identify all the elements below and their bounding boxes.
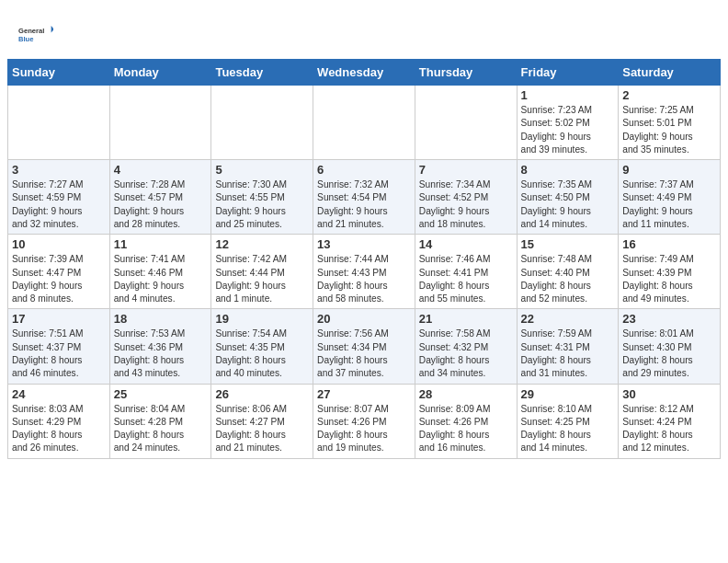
svg-text:General: General xyxy=(18,27,44,35)
day-number: 15 xyxy=(521,237,615,251)
day-info: Sunrise: 7:41 AM Sunset: 4:46 PM Dayligh… xyxy=(114,253,208,305)
day-info: Sunrise: 8:07 AM Sunset: 4:26 PM Dayligh… xyxy=(317,403,411,455)
day-info: Sunrise: 8:03 AM Sunset: 4:29 PM Dayligh… xyxy=(12,403,106,455)
day-info: Sunrise: 8:04 AM Sunset: 4:28 PM Dayligh… xyxy=(114,403,208,455)
day-number: 7 xyxy=(419,163,513,177)
calendar-cell: 14Sunrise: 7:46 AM Sunset: 4:41 PM Dayli… xyxy=(415,235,517,309)
calendar-cell: 11Sunrise: 7:41 AM Sunset: 4:46 PM Dayli… xyxy=(109,235,211,309)
day-number: 12 xyxy=(215,237,309,251)
day-info: Sunrise: 7:44 AM Sunset: 4:43 PM Dayligh… xyxy=(317,253,411,305)
day-info: Sunrise: 7:37 AM Sunset: 4:49 PM Dayligh… xyxy=(622,178,716,231)
day-info: Sunrise: 7:49 AM Sunset: 4:39 PM Dayligh… xyxy=(622,253,716,305)
calendar-header-wednesday: Wednesday xyxy=(313,60,415,86)
day-info: Sunrise: 7:42 AM Sunset: 4:44 PM Dayligh… xyxy=(215,253,309,305)
calendar-cell: 16Sunrise: 7:49 AM Sunset: 4:39 PM Dayli… xyxy=(619,235,721,309)
calendar-cell: 3Sunrise: 7:27 AM Sunset: 4:59 PM Daylig… xyxy=(8,160,110,235)
day-number: 17 xyxy=(12,312,106,326)
calendar-header-sunday: Sunday xyxy=(8,60,110,86)
calendar-cell xyxy=(8,86,110,160)
calendar-table: SundayMondayTuesdayWednesdayThursdayFrid… xyxy=(7,59,721,459)
day-info: Sunrise: 7:39 AM Sunset: 4:47 PM Dayligh… xyxy=(12,253,106,305)
calendar-cell: 19Sunrise: 7:54 AM Sunset: 4:35 PM Dayli… xyxy=(211,309,313,384)
calendar-cell: 13Sunrise: 7:44 AM Sunset: 4:43 PM Dayli… xyxy=(313,235,415,309)
calendar-header-tuesday: Tuesday xyxy=(211,60,313,86)
day-info: Sunrise: 7:32 AM Sunset: 4:54 PM Dayligh… xyxy=(317,178,411,231)
calendar-cell: 5Sunrise: 7:30 AM Sunset: 4:55 PM Daylig… xyxy=(211,160,313,235)
calendar-week-1: 1Sunrise: 7:23 AM Sunset: 5:02 PM Daylig… xyxy=(8,86,721,160)
calendar-header-monday: Monday xyxy=(109,60,211,86)
calendar-cell xyxy=(415,86,517,160)
calendar-cell: 15Sunrise: 7:48 AM Sunset: 4:40 PM Dayli… xyxy=(517,235,619,309)
calendar-cell: 25Sunrise: 8:04 AM Sunset: 4:28 PM Dayli… xyxy=(109,384,211,458)
day-number: 27 xyxy=(317,387,411,401)
calendar-cell: 9Sunrise: 7:37 AM Sunset: 4:49 PM Daylig… xyxy=(619,160,721,235)
logo-icon: General Blue xyxy=(18,17,53,52)
calendar-cell: 7Sunrise: 7:34 AM Sunset: 4:52 PM Daylig… xyxy=(415,160,517,235)
calendar-header-friday: Friday xyxy=(517,60,619,86)
day-info: Sunrise: 7:27 AM Sunset: 4:59 PM Dayligh… xyxy=(12,178,106,231)
calendar-cell: 8Sunrise: 7:35 AM Sunset: 4:50 PM Daylig… xyxy=(517,160,619,235)
calendar-cell: 12Sunrise: 7:42 AM Sunset: 4:44 PM Dayli… xyxy=(211,235,313,309)
day-number: 6 xyxy=(317,163,411,177)
day-number: 16 xyxy=(622,237,716,251)
day-number: 8 xyxy=(521,163,615,177)
day-number: 4 xyxy=(114,163,208,177)
day-info: Sunrise: 7:28 AM Sunset: 4:57 PM Dayligh… xyxy=(114,178,208,231)
day-number: 29 xyxy=(521,387,615,401)
calendar-header-thursday: Thursday xyxy=(415,60,517,86)
calendar-cell: 23Sunrise: 8:01 AM Sunset: 4:30 PM Dayli… xyxy=(619,309,721,384)
calendar-cell: 22Sunrise: 7:59 AM Sunset: 4:31 PM Dayli… xyxy=(517,309,619,384)
day-number: 21 xyxy=(419,312,513,326)
calendar-cell: 2Sunrise: 7:25 AM Sunset: 5:01 PM Daylig… xyxy=(619,86,721,160)
calendar-week-2: 3Sunrise: 7:27 AM Sunset: 4:59 PM Daylig… xyxy=(8,160,721,235)
calendar-week-4: 17Sunrise: 7:51 AM Sunset: 4:37 PM Dayli… xyxy=(8,309,721,384)
day-info: Sunrise: 7:54 AM Sunset: 4:35 PM Dayligh… xyxy=(215,327,309,380)
calendar-cell: 28Sunrise: 8:09 AM Sunset: 4:26 PM Dayli… xyxy=(415,384,517,458)
day-info: Sunrise: 7:23 AM Sunset: 5:02 PM Dayligh… xyxy=(521,104,615,156)
day-info: Sunrise: 8:10 AM Sunset: 4:25 PM Dayligh… xyxy=(521,403,615,455)
day-info: Sunrise: 7:34 AM Sunset: 4:52 PM Dayligh… xyxy=(419,178,513,231)
day-info: Sunrise: 7:53 AM Sunset: 4:36 PM Dayligh… xyxy=(114,327,208,380)
day-number: 19 xyxy=(215,312,309,326)
calendar-cell: 30Sunrise: 8:12 AM Sunset: 4:24 PM Dayli… xyxy=(619,384,721,458)
calendar-cell: 10Sunrise: 7:39 AM Sunset: 4:47 PM Dayli… xyxy=(8,235,110,309)
day-number: 14 xyxy=(419,237,513,251)
day-number: 13 xyxy=(317,237,411,251)
day-info: Sunrise: 7:48 AM Sunset: 4:40 PM Dayligh… xyxy=(521,253,615,305)
svg-marker-1 xyxy=(51,26,53,33)
day-info: Sunrise: 7:56 AM Sunset: 4:34 PM Dayligh… xyxy=(317,327,411,380)
day-number: 5 xyxy=(215,163,309,177)
calendar-week-5: 24Sunrise: 8:03 AM Sunset: 4:29 PM Dayli… xyxy=(8,384,721,458)
calendar-header-saturday: Saturday xyxy=(619,60,721,86)
day-info: Sunrise: 7:35 AM Sunset: 4:50 PM Dayligh… xyxy=(521,178,615,231)
day-number: 20 xyxy=(317,312,411,326)
day-number: 24 xyxy=(12,387,106,401)
day-info: Sunrise: 8:01 AM Sunset: 4:30 PM Dayligh… xyxy=(622,327,716,380)
calendar-cell xyxy=(109,86,211,160)
calendar-cell: 20Sunrise: 7:56 AM Sunset: 4:34 PM Dayli… xyxy=(313,309,415,384)
header: General Blue xyxy=(0,0,728,59)
day-number: 28 xyxy=(419,387,513,401)
calendar-cell: 1Sunrise: 7:23 AM Sunset: 5:02 PM Daylig… xyxy=(517,86,619,160)
logo: General Blue xyxy=(18,17,55,52)
day-number: 1 xyxy=(521,88,615,102)
day-info: Sunrise: 7:30 AM Sunset: 4:55 PM Dayligh… xyxy=(215,178,309,231)
day-number: 10 xyxy=(12,237,106,251)
calendar-cell: 29Sunrise: 8:10 AM Sunset: 4:25 PM Dayli… xyxy=(517,384,619,458)
day-number: 26 xyxy=(215,387,309,401)
day-info: Sunrise: 7:25 AM Sunset: 5:01 PM Dayligh… xyxy=(622,104,716,156)
day-number: 23 xyxy=(622,312,716,326)
day-number: 2 xyxy=(622,88,716,102)
day-info: Sunrise: 7:59 AM Sunset: 4:31 PM Dayligh… xyxy=(521,327,615,380)
day-number: 25 xyxy=(114,387,208,401)
day-info: Sunrise: 8:06 AM Sunset: 4:27 PM Dayligh… xyxy=(215,403,309,455)
calendar-cell: 4Sunrise: 7:28 AM Sunset: 4:57 PM Daylig… xyxy=(109,160,211,235)
day-number: 3 xyxy=(12,163,106,177)
day-number: 22 xyxy=(521,312,615,326)
day-info: Sunrise: 7:46 AM Sunset: 4:41 PM Dayligh… xyxy=(419,253,513,305)
day-number: 11 xyxy=(114,237,208,251)
page: General Blue SundayMondayTuesdayWednesda… xyxy=(0,0,728,563)
calendar-cell: 27Sunrise: 8:07 AM Sunset: 4:26 PM Dayli… xyxy=(313,384,415,458)
calendar-week-3: 10Sunrise: 7:39 AM Sunset: 4:47 PM Dayli… xyxy=(8,235,721,309)
day-info: Sunrise: 7:51 AM Sunset: 4:37 PM Dayligh… xyxy=(12,327,106,380)
